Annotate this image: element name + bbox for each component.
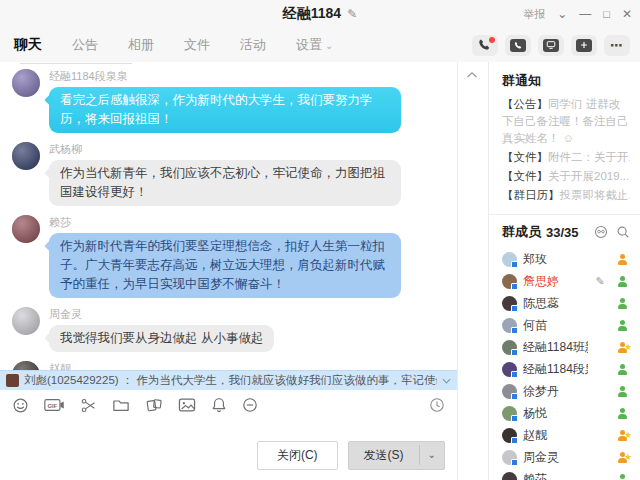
screen-share-button[interactable] — [538, 35, 564, 56]
avatar — [502, 428, 517, 443]
image-icon[interactable] — [178, 397, 196, 413]
avatar[interactable] — [12, 361, 40, 370]
video-call-button[interactable] — [505, 35, 531, 56]
divider — [20, 63, 132, 64]
tab-settings[interactable]: 设置⌄ — [296, 36, 333, 54]
tab-album[interactable]: 相册 — [128, 36, 154, 54]
person-status-icon — [618, 320, 627, 331]
message-bubble: 作为当代新青年，我们应该不忘初心，牢记使命，力图把祖国建设得更好！ — [49, 160, 401, 206]
tab-announcement[interactable]: 公告 — [72, 36, 98, 54]
sender-name: 周金灵 — [49, 308, 443, 321]
person-status-icon — [618, 364, 627, 375]
close-window-button[interactable]: ✕ — [622, 8, 632, 20]
content: 经融1184段泉泉 看完之后感触很深，作为新时代的大学生，我们要努力学历，将来回… — [0, 62, 640, 480]
plus-icon — [579, 40, 589, 50]
notice-item-announcement[interactable]: 【公告】同学们 进群改下自己备注喔！备注自己真实姓名！ ☺ — [502, 96, 630, 147]
screen-icon — [546, 40, 556, 50]
message-input[interactable] — [0, 420, 457, 436]
report-button[interactable]: 举报 — [523, 7, 545, 22]
screenshot-scissors-icon[interactable] — [80, 397, 97, 414]
member-row[interactable]: 周金灵 ★ — [502, 446, 632, 468]
member-row[interactable]: 经融1184段泉泉 ★ — [502, 358, 632, 380]
gif-icon[interactable]: GIF — [44, 397, 65, 413]
message-bubble: 作为新时代青年的我们要坚定理想信念，扣好人生第一粒扣子。广大青年要志存高远，树立… — [49, 233, 401, 298]
notice-item-calendar[interactable]: 【群日历】投票即将截止... — [502, 187, 630, 204]
emoji-icon[interactable] — [12, 397, 29, 414]
svg-text:GIF: GIF — [48, 403, 58, 409]
member-row[interactable]: 詹思婷 ✎ ★ — [502, 270, 632, 292]
expand-caret-icon[interactable] — [442, 378, 451, 384]
members-title: 群成员 — [502, 223, 541, 241]
avatar[interactable] — [12, 69, 40, 97]
avatar[interactable] — [12, 142, 40, 170]
sidebar: 群通知 【公告】同学们 进群改下自己备注喔！备注自己真实姓名！ ☺ 【文件】附件… — [458, 62, 640, 480]
member-status: ★ — [612, 364, 632, 375]
bell-icon[interactable] — [211, 397, 227, 413]
avatar[interactable] — [12, 307, 40, 335]
picture-collage-icon[interactable] — [145, 396, 163, 414]
group-title: 经融1184 — [283, 5, 341, 23]
member-status: ★ — [612, 254, 632, 265]
notice-item-file[interactable]: 【文件】附件二：关于开... — [502, 149, 630, 166]
avatar — [502, 296, 517, 311]
members-header: 群成员 33/35 — [489, 214, 640, 246]
member-row[interactable]: 赵靓 ★ — [502, 424, 632, 446]
send-options-caret-icon[interactable]: ⌄ — [419, 445, 444, 465]
file-folder-icon[interactable] — [112, 397, 130, 413]
member-list: 郑玫 ★ 詹思婷 ✎ ★ 陈思蕊 ★ — [489, 246, 640, 480]
person-status-icon — [618, 386, 627, 397]
member-status: ★ — [612, 430, 632, 441]
voice-call-button[interactable] — [472, 35, 498, 56]
message-bubble: 我觉得我们要从身边做起 从小事做起 — [49, 325, 274, 352]
anonymous-chat-icon[interactable] — [594, 225, 608, 239]
collapse-sidebar-icon[interactable] — [466, 71, 480, 85]
tab-chat[interactable]: 聊天 — [14, 36, 42, 54]
member-row[interactable]: 徐梦丹 ★ — [502, 380, 632, 402]
button-row: 关闭(C) 发送(S) ⌄ — [0, 436, 457, 480]
notification-badge — [489, 37, 495, 43]
member-row[interactable]: 杨悦 ★ — [502, 402, 632, 424]
member-row[interactable]: 郑玫 ★ — [502, 248, 632, 270]
member-status: ★ — [612, 474, 632, 480]
member-name: 何苗 — [523, 317, 588, 334]
qq-group-chat-window: 经融1184 ✎ 举报 ⌄ — □ ✕ 聊天 公告 相册 文件 活动 设置⌄ — [0, 0, 640, 480]
new-message-strip[interactable]: 刘彪(1025429225) ： 作为当代大学生，我们就应该做好我们应该做的事，… — [0, 370, 457, 390]
member-status: ★ — [612, 386, 632, 397]
member-row[interactable]: 陈思蕊 ★ — [502, 292, 632, 314]
more-icon: ⋯ — [610, 38, 624, 53]
more-button[interactable]: ⋯ — [604, 35, 630, 56]
report-caret-icon[interactable]: ⌄ — [557, 8, 567, 20]
send-button[interactable]: 发送(S) ⌄ — [348, 441, 445, 470]
member-row[interactable]: 经融1184班新闻 ★ — [502, 336, 632, 358]
avatar — [502, 252, 517, 267]
maximize-button[interactable]: □ — [603, 9, 610, 20]
edit-icon: ✎ — [594, 275, 606, 288]
message: 周金灵 我觉得我们要从身边做起 从小事做起 — [0, 302, 457, 352]
group-post-button[interactable] — [571, 35, 597, 56]
person-status-icon — [618, 254, 627, 265]
minimize-button[interactable]: — — [579, 8, 591, 20]
tab-activity[interactable]: 活动 — [240, 36, 266, 54]
tab-files[interactable]: 文件 — [184, 36, 210, 54]
search-member-icon[interactable] — [616, 225, 630, 239]
close-button[interactable]: 关闭(C) — [257, 441, 338, 470]
avatar[interactable] — [12, 215, 40, 243]
avatar — [502, 274, 517, 289]
video-phone-icon — [514, 41, 523, 50]
member-row[interactable]: 赖莎 ★ — [502, 468, 632, 480]
member-status: ★ — [612, 276, 632, 287]
window-controls: 举报 ⌄ — □ ✕ — [523, 0, 632, 28]
group-notice-title: 群通知 — [502, 72, 630, 90]
notice-item-file[interactable]: 【文件】关于开展2019... — [502, 168, 630, 185]
avatar — [502, 406, 517, 421]
member-name: 周金灵 — [523, 449, 588, 466]
do-not-disturb-icon[interactable] — [242, 397, 258, 413]
message: 赵靓 学习完习总书记的教导 我们新时代的大学生更应该肩负起责任 勇于担当 — [0, 356, 457, 370]
member-name: 赵靓 — [523, 427, 588, 444]
member-name: 经融1184段泉泉 — [523, 361, 588, 378]
message-history-icon[interactable] — [429, 397, 445, 413]
member-row[interactable]: 何苗 ★ — [502, 314, 632, 336]
chat-actions: ⋯ — [472, 35, 630, 56]
avatar — [502, 384, 517, 399]
edit-title-icon[interactable]: ✎ — [347, 7, 357, 21]
